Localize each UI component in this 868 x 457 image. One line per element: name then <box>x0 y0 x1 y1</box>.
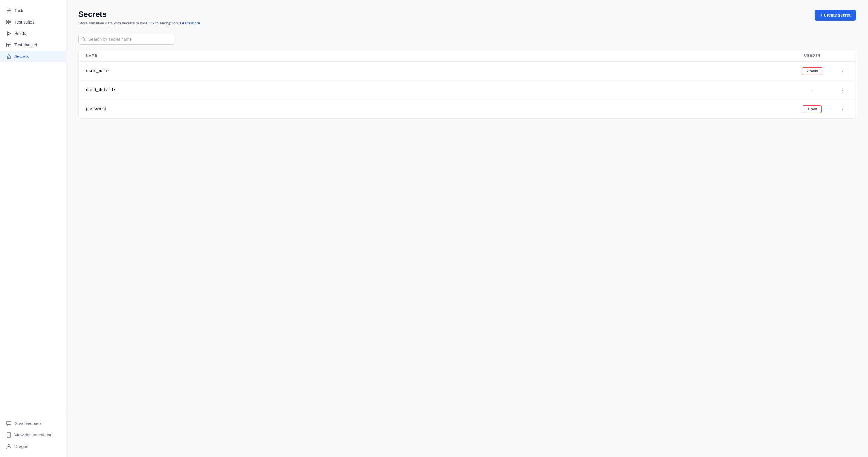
search-container <box>79 34 856 45</box>
secret-name-user-name: user_name <box>86 68 788 73</box>
used-in-badge-user-name[interactable]: 2 tests <box>802 67 823 75</box>
svg-line-23 <box>85 40 86 41</box>
main-content: Secrets Store sensitive data with secret… <box>66 0 868 457</box>
sidebar-item-view-documentation-label: View documentation <box>14 433 53 437</box>
sidebar-item-secrets-label: Secrets <box>14 54 29 59</box>
page-subtitle-text: Store sensitive data with secrets to hid… <box>79 21 179 25</box>
secret-name-card-details: card_details <box>86 88 788 92</box>
page-header-left: Secrets Store sensitive data with secret… <box>79 10 200 25</box>
sidebar-item-tests-label: Tests <box>14 8 25 13</box>
sidebar: Tests Test suites Builds <box>0 0 66 457</box>
doc-icon <box>6 432 11 438</box>
used-in-user-name: 2 tests <box>788 67 836 75</box>
sidebar-item-test-dataset-label: Test dataset <box>14 42 37 48</box>
feedback-icon <box>6 421 11 426</box>
list-icon <box>6 8 11 13</box>
sidebar-item-give-feedback[interactable]: Give feedback <box>0 418 66 429</box>
more-button-password[interactable]: ⋮ <box>837 105 847 113</box>
table-row: card_details - ⋮ <box>79 81 856 99</box>
sidebar-item-secrets[interactable]: Secrets <box>0 51 66 62</box>
used-in-card-details: - <box>788 88 836 92</box>
search-icon <box>82 37 86 41</box>
page-title: Secrets <box>79 10 200 19</box>
sidebar-item-give-feedback-label: Give feedback <box>14 421 42 426</box>
col-name-header: NAME <box>86 53 788 58</box>
sidebar-item-tests[interactable]: Tests <box>0 5 66 16</box>
svg-rect-16 <box>7 421 11 425</box>
sidebar-bottom: Give feedback View documentation Dra <box>0 412 66 457</box>
learn-more-link[interactable]: Learn more <box>180 21 200 25</box>
row-actions-password: ⋮ <box>836 105 848 113</box>
svg-rect-6 <box>7 20 8 22</box>
svg-rect-9 <box>9 22 11 24</box>
secret-name-password: password <box>86 107 788 111</box>
more-button-user-name[interactable]: ⋮ <box>837 67 847 75</box>
create-secret-button[interactable]: + Create secret <box>815 10 856 21</box>
sidebar-item-test-suites-label: Test suites <box>14 20 34 24</box>
table-row: user_name 2 tests ⋮ <box>79 62 856 81</box>
sidebar-item-dragon[interactable]: Dragon <box>0 441 66 452</box>
secrets-table: NAME USED IN user_name 2 tests ⋮ card_de… <box>79 50 856 119</box>
more-button-card-details[interactable]: ⋮ <box>837 86 847 94</box>
svg-rect-7 <box>9 20 11 22</box>
sidebar-item-dragon-label: Dragon <box>14 444 28 449</box>
used-in-badge-password[interactable]: 1 test <box>803 105 822 113</box>
svg-point-15 <box>8 57 9 58</box>
page-subtitle: Store sensitive data with secrets to hid… <box>79 21 200 25</box>
lock-icon <box>6 54 11 59</box>
used-in-password: 1 test <box>788 105 836 113</box>
sidebar-item-builds-label: Builds <box>14 31 26 36</box>
sidebar-item-view-documentation[interactable]: View documentation <box>0 429 66 441</box>
grid-icon <box>6 19 11 25</box>
search-input-wrap <box>79 34 175 45</box>
row-actions-user-name: ⋮ <box>836 67 848 75</box>
row-actions-card-details: ⋮ <box>836 86 848 94</box>
sidebar-nav: Tests Test suites Builds <box>0 0 66 412</box>
page-header: Secrets Store sensitive data with secret… <box>79 10 856 25</box>
play-icon <box>6 31 11 36</box>
table-header: NAME USED IN <box>79 50 856 62</box>
used-in-dash-card-details: - <box>812 88 813 92</box>
user-icon <box>6 444 11 449</box>
sidebar-item-builds[interactable]: Builds <box>0 28 66 39</box>
sidebar-item-test-suites[interactable]: Test suites <box>0 16 66 28</box>
sidebar-item-test-dataset[interactable]: Test dataset <box>0 39 66 51</box>
svg-rect-8 <box>7 22 8 24</box>
table-row: password 1 test ⋮ <box>79 99 856 118</box>
col-used-in-header: USED IN <box>788 53 836 58</box>
table-icon <box>6 42 11 48</box>
svg-marker-10 <box>7 32 10 35</box>
search-input[interactable] <box>79 34 175 45</box>
